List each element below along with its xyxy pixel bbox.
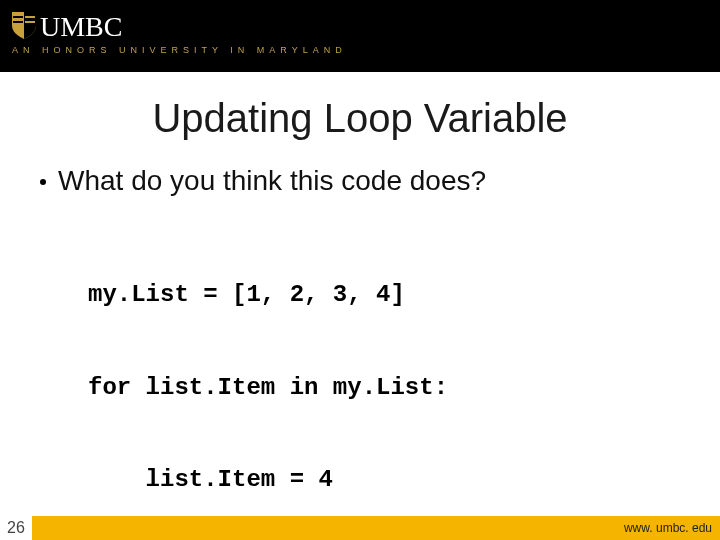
svg-rect-2 xyxy=(25,16,35,18)
slide-title: Updating Loop Variable xyxy=(0,96,720,141)
logo: UMBC xyxy=(10,6,710,43)
svg-rect-0 xyxy=(13,16,23,18)
shield-icon xyxy=(10,10,38,40)
svg-rect-1 xyxy=(13,21,23,23)
code-line: list.Item = 4 xyxy=(88,465,720,496)
slide: UMBC AN HONORS UNIVERSITY IN MARYLAND Up… xyxy=(0,0,720,540)
bullet-text: What do you think this code does? xyxy=(58,165,486,197)
footer-url: www. umbc. edu xyxy=(624,521,712,535)
logo-text: UMBC xyxy=(40,11,122,43)
page-number: 26 xyxy=(0,516,32,540)
footer-bar: 26 www. umbc. edu xyxy=(0,516,720,540)
bullet-dot-icon xyxy=(40,179,46,185)
code-line: for list.Item in my.List: xyxy=(88,373,720,404)
header-bar: UMBC AN HONORS UNIVERSITY IN MARYLAND xyxy=(0,0,720,72)
code-block: my.List = [1, 2, 3, 4] for list.Item in … xyxy=(88,219,720,540)
bullet-list: What do you think this code does? xyxy=(40,165,720,197)
svg-rect-3 xyxy=(25,21,35,23)
code-line: my.List = [1, 2, 3, 4] xyxy=(88,280,720,311)
bullet-item: What do you think this code does? xyxy=(40,165,720,197)
tagline: AN HONORS UNIVERSITY IN MARYLAND xyxy=(12,45,710,55)
